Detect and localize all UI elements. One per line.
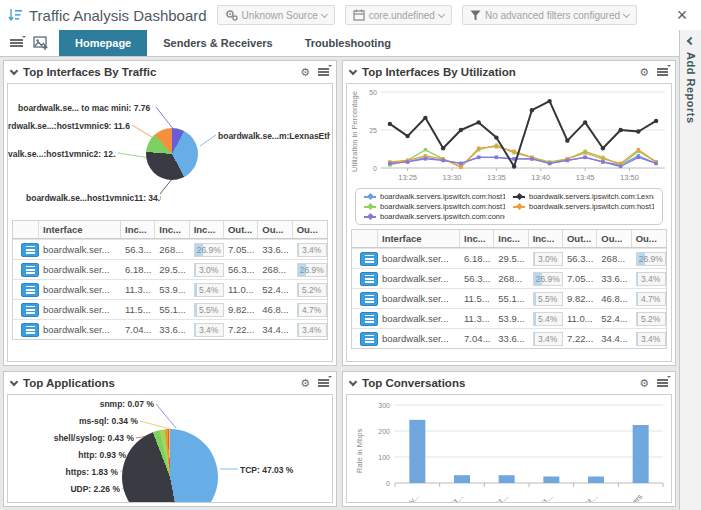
table-cell: 5.5%: [190, 303, 224, 317]
utilization-pct-badge: 26.9%: [636, 252, 666, 266]
svg-text:100: 100: [378, 454, 390, 461]
legend-item: boardwalk.servers.ipswitch.com:LexnasEth…: [513, 192, 654, 201]
table-cell: 11.5...: [460, 293, 494, 304]
table-cell: 268...: [155, 244, 189, 255]
utilization-pct-badge: 5.5%: [533, 292, 563, 306]
gear-icon[interactable]: [300, 67, 310, 78]
bar: [588, 477, 604, 484]
gear-icon[interactable]: [639, 378, 649, 389]
table-cell: [13, 263, 39, 277]
table-cell: 268...: [258, 264, 292, 275]
row-menu-button[interactable]: [360, 312, 378, 326]
collapse-panel-icon[interactable]: [10, 377, 18, 385]
bar: [633, 425, 649, 483]
legend-label: boardwalk.servers.ipswitch.com:host1vmni…: [380, 202, 505, 211]
row-menu-button[interactable]: [21, 243, 39, 257]
table-header-cell: [352, 230, 378, 247]
menu-list-icon[interactable]: [10, 38, 23, 49]
table-cell: [352, 252, 378, 266]
table-cell: boardwalk.ser...: [39, 304, 121, 315]
table-cell: 53.9...: [155, 284, 189, 295]
table-cell: 7.04...: [460, 333, 494, 344]
utilization-pct-badge: 4.7%: [636, 292, 666, 306]
row-menu-button[interactable]: [360, 292, 378, 306]
legend-marker-icon: [364, 206, 376, 208]
table-cell: 56.3...: [224, 264, 258, 275]
table-cell: 26.9%: [632, 252, 666, 266]
export-menu-icon[interactable]: [318, 67, 329, 78]
add-reports-panel[interactable]: Add Reports: [679, 30, 701, 510]
filters-dropdown[interactable]: No advanced filters configured: [462, 5, 637, 25]
table-cell: 7.22...: [224, 324, 258, 335]
table-header-cell: Ou...: [632, 230, 666, 247]
row-menu-button[interactable]: [21, 303, 39, 317]
table-cell: 3.4%: [190, 323, 224, 337]
add-report-image-icon[interactable]: [33, 36, 49, 50]
export-menu-icon[interactable]: [657, 67, 668, 78]
legend-item: boardwalk.servers.ipswitch.com:host1vmni…: [513, 202, 654, 211]
date-range-dropdown[interactable]: core.undefined: [345, 5, 452, 25]
export-menu-icon[interactable]: [657, 378, 668, 389]
table-cell: boardwalk.ser...: [378, 333, 460, 344]
table-row: boardwalk.ser...11.3...53.9...5.4%11.0..…: [13, 279, 327, 299]
export-menu-icon[interactable]: [318, 378, 329, 389]
table-cell: 11.3...: [121, 284, 155, 295]
app-header: Traffic Analysis Dashboard Unknown Sourc…: [0, 0, 701, 30]
tab-troubleshooting[interactable]: Troubleshooting: [289, 30, 407, 56]
svg-text:25: 25: [369, 127, 377, 134]
conversations-chart-area: Rate in Mbps 0100200300serv...8.21...8.2…: [347, 395, 671, 503]
table-cell: 29.5...: [155, 264, 189, 275]
table-cell: 29.5...: [494, 253, 528, 264]
utilization-pct-badge: 5.2%: [297, 283, 327, 297]
svg-text:13:40: 13:40: [531, 173, 550, 182]
collapse-panel-icon[interactable]: [349, 377, 357, 385]
gear-icon[interactable]: [300, 378, 310, 389]
funnel-icon: [470, 10, 481, 21]
row-menu-button[interactable]: [21, 283, 39, 297]
close-icon[interactable]: [671, 4, 693, 26]
table-cell: [13, 243, 39, 257]
tab-senders-receivers[interactable]: Senders & Receivers: [147, 30, 288, 56]
panel-top-interfaces-by-utilization: Top Interfaces By Utilization Utilizatio…: [342, 60, 676, 366]
table-cell: 268...: [494, 273, 528, 284]
table-cell: 26.9%: [293, 263, 327, 277]
row-menu-button[interactable]: [21, 323, 39, 337]
table-cell: boardwalk.ser...: [39, 244, 121, 255]
svg-text:13:45: 13:45: [576, 173, 595, 182]
row-menu-button[interactable]: [360, 252, 378, 266]
applications-pie-chart: snmp: 0.07 %ms-sql: 0.34 %shell/syslog: …: [8, 395, 332, 503]
svg-text:8.21...: 8.21...: [534, 492, 555, 503]
table-header-cell: Out...: [224, 221, 258, 238]
table-cell: 46.8...: [258, 304, 292, 315]
utilization-pct-badge: 26.9%: [194, 243, 224, 257]
table-header-cell: [13, 221, 39, 238]
table-cell: 56.3...: [563, 253, 597, 264]
table-cell: 55.1...: [155, 304, 189, 315]
table-cell: [13, 323, 39, 337]
source-dropdown[interactable]: Unknown Source: [217, 5, 335, 25]
row-menu-button[interactable]: [21, 263, 39, 277]
table-header-cell: Ou...: [597, 230, 631, 247]
table-header-cell: Ou...: [293, 221, 327, 238]
collapse-panel-icon[interactable]: [349, 66, 357, 74]
table-header-cell: Inc...: [494, 230, 528, 247]
pie-slice-label: valk.se...:host1vmnic2: 12.13 %: [8, 149, 116, 159]
table-cell: [352, 272, 378, 286]
table-cell: 33.6...: [597, 273, 631, 284]
svg-text:serv...: serv...: [400, 492, 420, 503]
table-cell: 11.5...: [121, 304, 155, 315]
table-cell: 56.3...: [460, 273, 494, 284]
pie-slice-label: rdwalk.se...:host1vmnic9: 11.63 %: [8, 121, 130, 131]
collapse-panel-icon[interactable]: [10, 66, 18, 74]
table-cell: 5.5%: [529, 292, 563, 306]
table-header-cell: Inc...: [460, 230, 494, 247]
row-menu-button[interactable]: [360, 272, 378, 286]
row-menu-button[interactable]: [360, 332, 378, 346]
gear-icon[interactable]: [639, 67, 649, 78]
table-row: boardwalk.ser...7.04...33.6...3.4%7.22..…: [13, 319, 327, 339]
table-header-cell: Interface: [39, 221, 121, 238]
tab-homepage[interactable]: Homepage: [59, 30, 147, 56]
table-cell: 11.0...: [563, 313, 597, 324]
utilization-pct-badge: 3.4%: [297, 243, 327, 257]
legend-item: boardwalk.servers.ipswitch.com:host1vmni…: [364, 192, 505, 201]
